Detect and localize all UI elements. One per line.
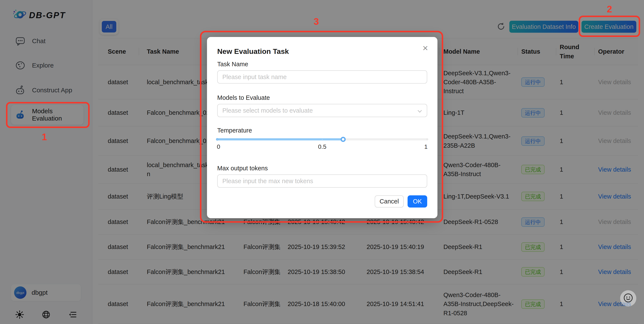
temperature-label: Temperature [217, 127, 427, 134]
slider-handle[interactable] [340, 137, 346, 142]
models-to-evaluate-label: Models to Evaluate [217, 94, 427, 101]
max-tokens-input[interactable] [217, 175, 427, 188]
slider-mark-1: 1 [424, 143, 428, 150]
modal-footer: Cancel OK [217, 195, 427, 208]
task-name-label: Task Name [217, 61, 427, 68]
ok-button[interactable]: OK [408, 195, 427, 208]
smiley-icon [623, 293, 633, 304]
feedback-button[interactable] [620, 290, 636, 306]
slider-mark-0: 0 [217, 143, 220, 150]
cancel-button[interactable]: Cancel [375, 195, 404, 208]
slider-max-dot [426, 138, 428, 140]
slider-mid-dot [321, 138, 323, 140]
close-icon[interactable]: × [422, 43, 428, 53]
slider-fill [217, 138, 343, 140]
modal-title: New Evaluation Task [217, 47, 427, 56]
slider-min-dot [216, 138, 218, 141]
models-select-placeholder: Please select models to evaluate [222, 107, 313, 114]
models-select[interactable]: Please select models to evaluate [217, 104, 427, 117]
task-name-input[interactable] [217, 70, 427, 84]
slider-mark-05: 0.5 [318, 143, 326, 150]
chevron-down-icon [418, 108, 422, 113]
max-output-tokens-label: Max output tokens [217, 165, 427, 172]
temperature-slider[interactable] [217, 138, 427, 140]
new-evaluation-task-modal: × New Evaluation Task Task Name Models t… [207, 37, 438, 218]
slider-marks: 0 0.5 1 [217, 143, 427, 151]
